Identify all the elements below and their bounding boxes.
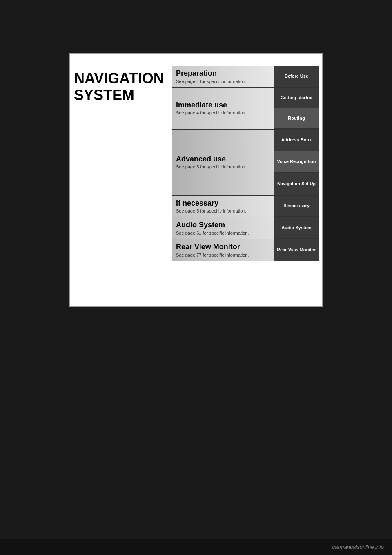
main-title: NAVIGATION SYSTEM xyxy=(74,70,168,104)
bottom-bar: carmanualsonline.info xyxy=(0,539,392,555)
title-section: NAVIGATION SYSTEM xyxy=(74,70,168,104)
tabs-if-necessary: If necessary xyxy=(274,196,319,217)
toc-row-advanced: Advanced use See page 5 for specific inf… xyxy=(172,130,319,196)
tabs-audio: Audio System xyxy=(274,217,319,239)
chapter-advanced-title: Advanced use xyxy=(176,155,270,164)
toc-main-preparation: Preparation See page 4 for specific info… xyxy=(172,66,274,87)
toc-row-immediate: Immediate use See page 4 for specific in… xyxy=(172,88,319,130)
tab-address-book[interactable]: Address Book xyxy=(274,130,319,151)
content-panel: NAVIGATION SYSTEM Preparation See page 4… xyxy=(69,53,323,307)
toc-main-if-necessary: If necessary See page 5 for specific inf… xyxy=(172,196,274,217)
toc-row-if-necessary: If necessary See page 5 for specific inf… xyxy=(172,196,319,218)
toc-row-preparation: Preparation See page 4 for specific info… xyxy=(172,66,319,88)
chapter-if-necessary-subtitle: See page 5 for specific information. xyxy=(176,208,270,213)
page-background: NAVIGATION SYSTEM Preparation See page 4… xyxy=(0,0,392,555)
toc-main-audio: Audio System See page 61 for specific in… xyxy=(172,217,274,239)
toc-section: Preparation See page 4 for specific info… xyxy=(172,66,319,261)
tab-audio-system[interactable]: Audio System xyxy=(274,217,319,239)
chapter-audio-subtitle: See page 61 for specific information. xyxy=(176,231,270,235)
chapter-preparation-subtitle: See page 4 for specific information. xyxy=(176,79,270,84)
tabs-preparation: Before Use xyxy=(274,66,319,87)
tab-voice-recognition[interactable]: Voice Recognition xyxy=(274,151,319,173)
tab-routing[interactable]: Routing xyxy=(274,108,319,129)
toc-main-immediate: Immediate use See page 4 for specific in… xyxy=(172,88,274,129)
chapter-preparation-title: Preparation xyxy=(176,69,270,78)
chapter-immediate-title: Immediate use xyxy=(176,101,270,110)
chapter-rear-view-title: Rear View Monitor xyxy=(176,243,270,252)
toc-main-advanced: Advanced use See page 5 for specific inf… xyxy=(172,130,274,195)
tab-rear-view-monitor[interactable]: Rear View Monitor xyxy=(274,239,319,261)
chapter-advanced-subtitle: See page 5 for specific information. xyxy=(176,164,270,169)
chapter-if-necessary-title: If necessary xyxy=(176,199,270,208)
tabs-rear-view: Rear View Monitor xyxy=(274,239,319,261)
chapter-rear-view-subtitle: See page 77 for specific information. xyxy=(176,253,270,257)
tabs-advanced: Address Book Voice Recognition Navigatio… xyxy=(274,130,319,195)
chapter-audio-title: Audio System xyxy=(176,221,270,230)
tab-before-use[interactable]: Before Use xyxy=(274,66,319,87)
toc-main-rear-view: Rear View Monitor See page 77 for specif… xyxy=(172,239,274,261)
tab-getting-started[interactable]: Getting started xyxy=(274,88,319,108)
tab-navigation-setup[interactable]: Navigation Set Up xyxy=(274,173,319,195)
chapter-immediate-subtitle: See page 4 for specific information. xyxy=(176,110,270,115)
toc-row-audio: Audio System See page 61 for specific in… xyxy=(172,217,319,239)
watermark-text: carmanualsonline.info xyxy=(332,544,384,550)
toc-row-rear-view: Rear View Monitor See page 77 for specif… xyxy=(172,239,319,261)
tab-if-necessary[interactable]: If necessary xyxy=(274,196,319,217)
tabs-immediate: Getting started Routing xyxy=(274,88,319,129)
